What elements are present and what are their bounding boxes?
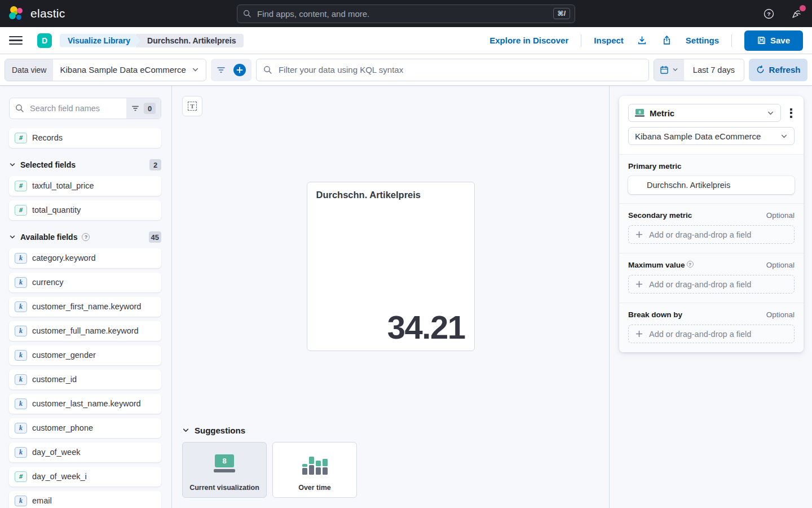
field-name: customer_gender (32, 350, 96, 360)
chart-type-select[interactable]: 8 Metric (628, 104, 781, 122)
section-title: Selected fields (20, 160, 76, 169)
keyword-field-icon: k (15, 423, 27, 433)
global-search-input[interactable] (256, 8, 553, 19)
plus-icon (636, 231, 643, 238)
time-range-button[interactable]: Last 7 days (684, 59, 744, 81)
settings-link[interactable]: Settings (686, 36, 719, 45)
layer-config-panel: 8 Metric Kibana Sample Data eCommerce Pr… (619, 96, 804, 352)
kql-query-bar[interactable] (256, 59, 649, 81)
layer-data-view-select[interactable]: Kibana Sample Data eCommerce (628, 127, 795, 145)
notification-dot (800, 5, 806, 11)
field-item[interactable]: k currency (9, 273, 161, 292)
field-name: currency (32, 277, 64, 287)
secondary-metric-dropzone[interactable]: Add or drag-and-drop a field (628, 225, 795, 244)
divider (581, 34, 581, 47)
field-name: day_of_week_i (32, 471, 87, 481)
lens-workspace: T Durchschn. Artikelpreis 34.21 Suggesti… (172, 86, 609, 508)
data-view-label: Data view (5, 59, 53, 81)
metric-chart-icon: 8 (214, 454, 235, 472)
dropzone-label: Add or drag-and-drop a field (649, 230, 751, 239)
chevron-down-icon (182, 427, 189, 434)
field-name: customer_full_name.keyword (32, 326, 139, 336)
data-view-picker[interactable]: Data view Kibana Sample Data eCommerce (5, 59, 206, 81)
filter-icon (131, 105, 139, 112)
info-icon[interactable]: ? (82, 233, 90, 241)
keyword-field-icon: k (15, 277, 27, 288)
text-labels-button[interactable]: T (182, 96, 202, 116)
plus-icon (636, 330, 643, 338)
save-button[interactable]: Save (744, 30, 803, 51)
elastic-logo[interactable] (9, 6, 25, 21)
field-item[interactable]: k email (9, 491, 161, 508)
suggestion-over-time[interactable]: Over time (272, 442, 357, 498)
break-down-by-dropzone[interactable]: Add or drag-and-drop a field (628, 325, 795, 343)
suggestions-panel: Suggestions 8 Current visualization (182, 426, 599, 498)
metric-chart-icon: 8 (635, 109, 645, 117)
primary-metric-section: Primary metric Durchschn. Artikelpreis (619, 154, 804, 203)
field-item[interactable]: k customer_full_name.keyword (9, 321, 161, 341)
field-item[interactable]: k day_of_week (9, 443, 161, 462)
field-item-records[interactable]: # Records (9, 128, 161, 148)
breadcrumb-current-page: Durchschn. Artikelpreis (136, 34, 244, 47)
field-item[interactable]: k customer_phone (9, 418, 161, 438)
calendar-menu-button[interactable] (654, 59, 684, 81)
field-item[interactable]: # taxful_total_price (9, 176, 161, 196)
refresh-button[interactable]: Refresh (749, 59, 807, 81)
number-field-icon: # (15, 133, 27, 143)
field-item[interactable]: # day_of_week_i (9, 467, 161, 487)
field-name: category.keyword (32, 253, 96, 263)
suggestions-title: Suggestions (195, 426, 245, 435)
add-filter-icon[interactable] (233, 64, 246, 76)
kql-query-input[interactable] (277, 64, 642, 75)
field-item[interactable]: k customer_last_name.keyword (9, 394, 161, 414)
field-search-input[interactable] (29, 103, 121, 113)
keyword-field-icon: k (15, 253, 27, 264)
suggestions-header[interactable]: Suggestions (182, 426, 599, 435)
save-disk-icon (757, 36, 766, 45)
keyword-field-icon: k (15, 398, 27, 409)
data-view-value: Kibana Sample Data eCommerce (60, 65, 186, 75)
suggestion-label: Over time (298, 484, 331, 492)
download-icon[interactable] (636, 34, 648, 47)
available-fields-header[interactable]: Available fields ? 45 (9, 231, 161, 243)
filter-fields-icon[interactable] (217, 66, 226, 74)
field-item[interactable]: k category.keyword (9, 248, 161, 268)
suggestion-current-visualization[interactable]: 8 Current visualization (182, 442, 267, 498)
search-icon (243, 10, 251, 18)
primary-metric-dimension[interactable]: Durchschn. Artikelpreis (628, 176, 795, 194)
field-item[interactable]: k customer_gender (9, 345, 161, 365)
share-icon[interactable] (661, 34, 673, 47)
newsfeed-cheer-icon[interactable] (791, 7, 803, 20)
field-name: taxful_total_price (32, 181, 94, 191)
chart-type-label: Metric (650, 108, 674, 118)
inspect-link[interactable]: Inspect (594, 36, 624, 45)
field-item[interactable]: k customer_id (9, 370, 161, 389)
space-badge[interactable]: D (37, 33, 52, 48)
layer-actions-icon[interactable] (788, 106, 795, 120)
selected-fields-header[interactable]: Selected fields 2 (9, 159, 161, 170)
maximum-value-dropzone[interactable]: Add or drag-and-drop a field (628, 275, 795, 294)
menu-icon[interactable] (9, 34, 23, 47)
metric-visualization[interactable]: Durchschn. Artikelpreis 34.21 (307, 182, 475, 351)
field-filter-button[interactable]: 0 (126, 98, 161, 119)
chevron-down-icon (767, 110, 774, 117)
field-item[interactable]: k customer_first_name.keyword (9, 297, 161, 317)
help-icon[interactable]: ? (762, 7, 775, 20)
explore-in-discover-link[interactable]: Explore in Discover (489, 36, 568, 45)
section-label: Secondary metric (628, 211, 692, 220)
info-icon[interactable]: ? (687, 261, 694, 268)
breadcrumb-visualize-library[interactable]: Visualize Library (60, 34, 140, 47)
section-label: Primary metric (628, 162, 682, 170)
global-search[interactable]: ⌘/ (237, 5, 575, 23)
optional-label: Optional (766, 211, 795, 220)
field-name: day_of_week (32, 447, 80, 457)
number-field-icon: # (15, 471, 27, 482)
section-title: Available fields (20, 233, 77, 242)
section-label: Break down by (628, 310, 682, 319)
global-header: elastic ⌘/ ? (0, 0, 812, 27)
field-item[interactable]: # total_quantity (9, 200, 161, 220)
number-field-icon: # (15, 181, 27, 191)
layer-data-view-value: Kibana Sample Data eCommerce (635, 132, 761, 141)
divider (731, 34, 732, 47)
optional-label: Optional (766, 261, 795, 269)
